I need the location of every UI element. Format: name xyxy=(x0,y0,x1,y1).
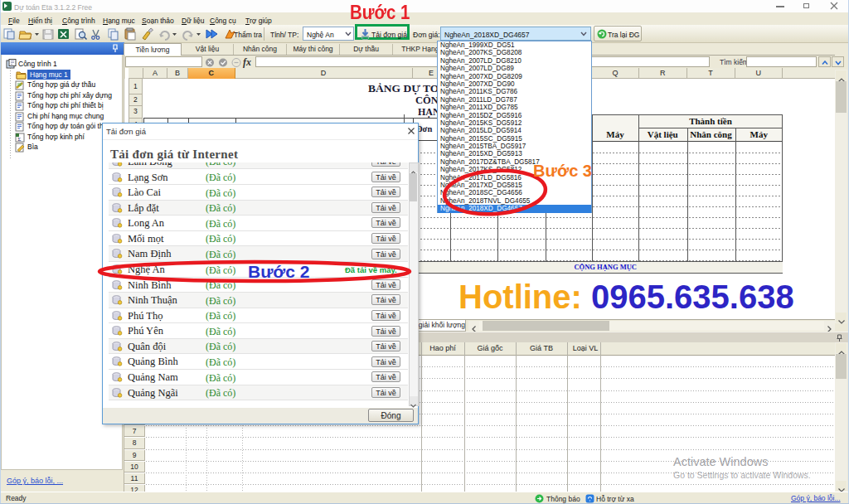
svg-text:Σ: Σ xyxy=(17,135,21,142)
